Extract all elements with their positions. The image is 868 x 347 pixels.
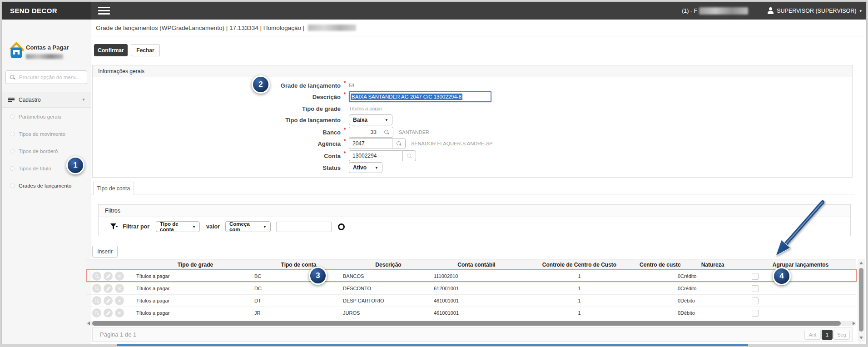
delete-icon[interactable]: × (115, 308, 124, 317)
form-row-agencia: Agência * SENADOR FLAQUER-S ANDRE-SP (2, 138, 866, 149)
column-header[interactable]: Descrição (343, 259, 434, 270)
vertical-scrollbar[interactable] (858, 259, 865, 342)
horizontal-scrollbar[interactable] (86, 321, 856, 326)
conta-lookup-button[interactable] (402, 150, 416, 161)
chevron-down-icon: ▼ (385, 118, 388, 122)
filters-panel: Filtros Filtrar por Tipo de conta ▼ valo… (98, 204, 851, 236)
edit-icon[interactable] (104, 284, 113, 293)
user-menu[interactable]: SUPERVISOR (SUPERVISOR) ▾ (767, 7, 862, 14)
delete-icon[interactable]: × (115, 296, 124, 305)
conta-input[interactable] (349, 150, 402, 161)
chevron-down-icon: ▼ (192, 225, 196, 229)
tipo-lancamento-select[interactable]: Baixa ▼ (349, 114, 392, 125)
filter-funnel-icon[interactable] (110, 223, 117, 230)
actions-column-header (86, 259, 136, 270)
insert-button[interactable]: Inserir (92, 246, 118, 258)
column-header[interactable]: Natureza (680, 259, 745, 270)
field-label: Banco (2, 129, 341, 136)
user-name: SUPERVISOR (SUPERVISOR) (777, 8, 856, 14)
filter-operator-select[interactable]: Começa com ▼ (225, 221, 271, 232)
column-header-sorted[interactable]: Centro de custo↑ (640, 259, 680, 270)
bullet-icon (10, 183, 15, 188)
form-row-grade: Grade de lançamento * 54 (2, 79, 866, 91)
edit-icon[interactable] (104, 308, 113, 317)
filter-value-input[interactable] (276, 222, 332, 232)
search-icon (407, 154, 412, 159)
search-icon (10, 75, 15, 80)
column-header[interactable]: Tipo de grade (136, 259, 254, 270)
form-row-tipo-grade: Tipo de grade Títulos a pagar (2, 103, 866, 114)
environment-label: (1) - F (682, 7, 748, 15)
table-row[interactable]: × Títulos a pagar DT DESP CARTORIO 46100… (86, 295, 856, 307)
view-icon[interactable] (92, 296, 101, 305)
next-page-button[interactable]: Seg (833, 330, 850, 340)
delete-icon[interactable]: × (115, 272, 124, 281)
form-row-banco: Banco * SANTANDER (2, 126, 866, 138)
scroll-right-icon[interactable] (853, 322, 855, 325)
agencia-input[interactable] (349, 138, 392, 149)
redacted-company-name (699, 7, 748, 15)
banco-lookup-button[interactable] (380, 127, 393, 138)
sidebar: Contas a Pagar Cadastro ▼ Parâmetros ger… (2, 20, 91, 344)
column-header[interactable]: Controle de Centro de Custo (519, 259, 640, 270)
required-asterisk-icon: * (341, 91, 349, 98)
annotation-badge-1: 1 (66, 156, 84, 174)
tab-tipo-de-conta[interactable]: Tipo de conta (93, 182, 134, 195)
app-logo-icon (8, 40, 25, 61)
redacted-breadcrumb-segment (308, 25, 356, 31)
topbar: SEND DECOR (1) - F SUPERVISOR (SUPERVISO… (2, 2, 866, 20)
vertical-scrollbar-thumb[interactable] (859, 268, 863, 332)
scroll-down-icon[interactable] (859, 337, 863, 339)
field-label: Grade de lançamento (2, 82, 341, 89)
descricao-input[interactable]: BAIXA SANTANDER AG 2047 C/C 13002294-8 (349, 91, 491, 102)
close-button[interactable]: Fechar (131, 44, 160, 56)
scroll-left-icon[interactable] (87, 322, 90, 325)
agencia-lookup-button[interactable] (392, 138, 406, 149)
sidebar-item-grades-de-lancamento[interactable]: Grades de lançamento (12, 177, 89, 194)
menu-icon[interactable] (98, 7, 110, 15)
window-bottom-edge (117, 344, 748, 346)
field-label: Tipo de lançamento (2, 117, 341, 124)
table-row[interactable]: × Títulos a pagar DC DESCONTO 612001001 … (86, 283, 856, 295)
form-row-descricao: Descrição * BAIXA SANTANDER AG 2047 C/C … (2, 91, 866, 103)
horizontal-scrollbar-thumb[interactable] (92, 321, 841, 326)
delete-icon[interactable]: × (115, 284, 124, 293)
selected-text: BAIXA SANTANDER AG 2047 C/C 13002294-8 (351, 94, 462, 100)
current-page-button[interactable]: 1 (822, 330, 833, 340)
field-label: Descrição (2, 94, 341, 100)
column-header[interactable]: Conta contábil (434, 259, 519, 270)
required-asterisk-icon: * (341, 127, 349, 133)
banco-input[interactable] (349, 127, 380, 138)
confirm-button[interactable]: Confirmar (94, 44, 128, 56)
view-icon[interactable] (92, 284, 101, 293)
grid-footer: Página 1 de 1 Ant 1 Seg (92, 327, 853, 342)
field-label: Status (2, 164, 341, 171)
tab-strip-divider (91, 194, 855, 194)
form-row-status: Status Ativo ▼ (2, 162, 866, 174)
edit-icon[interactable] (104, 296, 113, 305)
view-icon[interactable] (92, 272, 101, 281)
prev-page-button[interactable]: Ant (804, 330, 821, 340)
edit-icon[interactable] (104, 272, 113, 281)
column-header[interactable]: Agrupar lançamentos (745, 259, 856, 270)
filter-field-select[interactable]: Tipo de conta ▼ (156, 221, 200, 232)
breadcrumb: Grade de lançamentos (WPGradeLancamento)… (91, 20, 866, 36)
scroll-up-icon[interactable] (859, 262, 863, 264)
grades-table: Tipo de grade Tipo de conta Descrição Co… (86, 259, 856, 319)
module-title: Contas a Pagar (26, 44, 69, 51)
annotation-badge-4: 4 (773, 267, 791, 285)
table-header-row: Tipo de grade Tipo de conta Descrição Co… (86, 259, 856, 270)
apply-filter-icon[interactable] (338, 223, 345, 230)
agrupar-checkbox[interactable] (752, 285, 759, 292)
view-icon[interactable] (92, 308, 101, 317)
required-asterisk-icon: * (341, 150, 349, 157)
table-row[interactable]: × Títulos a pagar JR JUROS 461001001 1 0… (86, 307, 856, 319)
agrupar-checkbox[interactable] (752, 310, 759, 317)
agrupar-checkbox[interactable] (752, 273, 759, 280)
status-select[interactable]: Ativo ▼ (349, 162, 382, 173)
table-row[interactable]: × Títulos a pagar BC BANCOS 111002010 1 … (86, 270, 856, 283)
agrupar-checkbox[interactable] (752, 297, 759, 304)
column-header[interactable]: Tipo de conta (254, 259, 343, 270)
field-label: Agência (2, 140, 341, 147)
field-label: Tipo de grade (2, 105, 341, 112)
